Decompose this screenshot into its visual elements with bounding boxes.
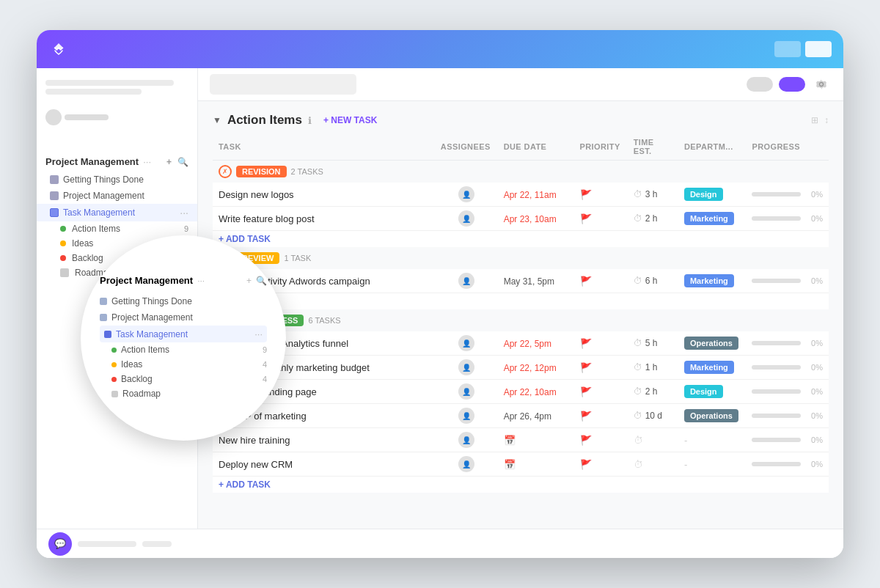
add-task-row-revision[interactable]: + ADD TASK bbox=[213, 231, 829, 248]
time-est-cell: ⏱1 h bbox=[634, 362, 672, 372]
sidebar-project-name: Project Management bbox=[45, 156, 139, 167]
time-est-cell: ⏱3 h bbox=[634, 189, 672, 199]
add-task-label[interactable]: + ADD TASK bbox=[213, 477, 829, 493]
assignee-cell: 👤 bbox=[435, 404, 498, 428]
due-date-td: Apr 26, 4pm bbox=[498, 404, 574, 428]
progress-bar-bg bbox=[752, 341, 801, 345]
spotlight-project-name: Project Management bbox=[100, 275, 193, 286]
new-task-btn[interactable]: + NEW TASK bbox=[323, 115, 377, 125]
spotlight-overlay: Project Management ··· + 🔍 Getting Thing… bbox=[81, 235, 286, 441]
th-priority: PRIORITY bbox=[574, 133, 628, 161]
sidebar-item-task-management[interactable]: Task Management ··· bbox=[37, 204, 197, 221]
due-date-td: 📅 bbox=[498, 428, 574, 452]
priority-flag: 🚩 bbox=[580, 386, 592, 397]
priority-flag: 🚩 bbox=[580, 338, 592, 349]
view-toggle[interactable] bbox=[747, 77, 773, 92]
sidebar-overflow-btn[interactable]: ··· bbox=[180, 207, 188, 218]
section-chevron[interactable]: ▼ bbox=[213, 115, 221, 125]
sp-dot-yellow-1 bbox=[111, 362, 117, 367]
sp-sub-1[interactable]: Action Items 9 bbox=[100, 342, 267, 357]
task-row[interactable]: Deploy new CRM 👤 📅 🚩 ⏱ - 0% bbox=[213, 452, 829, 477]
th-dept: DEPARTM... bbox=[678, 133, 747, 161]
task-row[interactable]: Draft new landing page 👤 Apr 22, 10am 🚩 … bbox=[213, 380, 829, 404]
sp-sub-4[interactable]: Roadmap bbox=[100, 386, 267, 401]
task-row[interactable]: Hire VP of marketing 👤 Apr 26, 4pm 🚩 ⏱10… bbox=[213, 404, 829, 428]
sidebar-add-btn[interactable]: + bbox=[166, 157, 172, 167]
due-date-cell: Apr 22, 10am bbox=[504, 387, 557, 397]
add-task-label[interactable]: + ADD TASK bbox=[213, 293, 829, 310]
sidebar-sub-action-items[interactable]: Action Items 9 bbox=[37, 221, 197, 236]
section-title-row: ▼ Action Items ℹ + NEW TASK ⊞ ↕ bbox=[213, 113, 829, 128]
sidebar-item-getting-things-done[interactable]: Getting Things Done bbox=[37, 172, 197, 188]
filter-icon[interactable]: ⊞ bbox=[811, 115, 818, 125]
time-td: ⏱2 h bbox=[628, 380, 678, 404]
app-logo bbox=[48, 39, 69, 59]
sp-sub-label-2: Ideas bbox=[121, 359, 142, 370]
filter-toggle[interactable] bbox=[779, 77, 805, 92]
sidebar-badge-1: 9 bbox=[184, 224, 188, 233]
task-row[interactable]: New hire training 👤 📅 🚩 ⏱ - 0% bbox=[213, 428, 829, 452]
sp-label-1: Getting Things Done bbox=[111, 296, 192, 306]
sp-sub-2[interactable]: Ideas 4 bbox=[100, 357, 267, 372]
sp-label-3: Task Management bbox=[116, 329, 188, 339]
sp-item-1[interactable]: Getting Things Done bbox=[100, 293, 267, 309]
sp-item-3[interactable]: Task Management ··· bbox=[100, 326, 267, 342]
sp-item-2[interactable]: Project Management bbox=[100, 309, 267, 326]
time-est-cell: ⏱10 d bbox=[634, 411, 672, 421]
settings-btn[interactable] bbox=[811, 74, 832, 95]
sp-dot-red-1 bbox=[111, 377, 117, 382]
progress-bar-bg bbox=[752, 279, 801, 283]
device-frame: Project Management ··· + 🔍 Getting Thing… bbox=[37, 30, 843, 558]
assignee-cell: 👤 bbox=[435, 428, 498, 452]
sp-overflow-btn[interactable]: ··· bbox=[254, 328, 263, 339]
task-row[interactable]: Set up Google Analytics funnel 👤 Apr 22,… bbox=[213, 331, 829, 356]
dept-badge: Design bbox=[684, 188, 723, 201]
due-date-cell: May 31, 5pm bbox=[504, 276, 554, 287]
task-row[interactable]: Design new logos 👤 Apr 22, 11am 🚩 ⏱3 h D… bbox=[213, 183, 829, 207]
action-items-section: ▼ Action Items ℹ + NEW TASK ⊞ ↕ TASK ASS… bbox=[198, 101, 843, 493]
assignee-cell: 👤 bbox=[435, 331, 498, 356]
add-task-label[interactable]: + ADD TASK bbox=[213, 231, 829, 248]
view-toggle-2[interactable] bbox=[805, 41, 832, 57]
sp-add-btn[interactable]: + bbox=[246, 276, 252, 286]
time-est-cell: ⏱2 h bbox=[634, 386, 672, 397]
section-info-icon: ℹ bbox=[308, 115, 312, 126]
chat-btn[interactable]: 💬 bbox=[48, 532, 72, 556]
bottom-placeholder-2 bbox=[142, 541, 172, 547]
sidebar-item-project-management[interactable]: Project Management bbox=[37, 188, 197, 204]
sidebar-search-btn[interactable]: 🔍 bbox=[177, 157, 188, 167]
sp-sub-badge-1: 9 bbox=[263, 345, 267, 354]
priority-flag: 🚩 bbox=[580, 276, 592, 287]
sp-search-btn[interactable]: 🔍 bbox=[256, 276, 267, 286]
sort-icon[interactable]: ↕ bbox=[824, 115, 829, 125]
view-toggle-1[interactable] bbox=[774, 41, 801, 57]
time-td: ⏱1 h bbox=[628, 356, 678, 380]
section-title: Action Items bbox=[227, 113, 302, 128]
task-table: TASK ASSIGNEES DUE DATE PRIORITY TIME ES… bbox=[213, 133, 829, 493]
task-row[interactable]: Run productivity Adwords campaign 👤 May … bbox=[213, 269, 829, 293]
add-task-row-inprogress[interactable]: + ADD TASK bbox=[213, 477, 829, 493]
assignee-cell: 👤 bbox=[435, 452, 498, 477]
due-date-td: 📅 bbox=[498, 452, 574, 477]
sp-sub-3[interactable]: Backlog 4 bbox=[100, 372, 267, 386]
sp-sub-label-4: Roadmap bbox=[122, 389, 161, 399]
due-date-cell: Apr 22, 5pm bbox=[504, 339, 551, 349]
time-td: ⏱3 h bbox=[628, 183, 678, 207]
task-row[interactable]: Organize monthly marketing budget 👤 Apr … bbox=[213, 356, 829, 380]
sp-folder-icon-2 bbox=[100, 314, 107, 321]
due-date-cell: Apr 22, 12pm bbox=[504, 363, 557, 373]
dept-dash: - bbox=[684, 459, 687, 470]
sp-roadmap-icon bbox=[111, 391, 118, 397]
roadmap-icon bbox=[60, 268, 69, 277]
content-search[interactable] bbox=[210, 74, 356, 95]
th-time: TIME EST. bbox=[628, 133, 678, 161]
priority-flag-empty: 🚩 bbox=[580, 459, 592, 470]
task-row[interactable]: Write feature blog post 👤 Apr 23, 10am 🚩… bbox=[213, 207, 829, 231]
progress-td: 0% bbox=[746, 183, 829, 207]
top-bar-controls bbox=[774, 41, 832, 57]
sp-folder-icon-3 bbox=[104, 331, 111, 338]
add-task-row-review[interactable]: + ADD TASK bbox=[213, 293, 829, 310]
priority-td: 🚩 bbox=[574, 428, 628, 452]
progress-bar-bg bbox=[752, 365, 801, 370]
dept-td: Marketing bbox=[678, 356, 747, 380]
